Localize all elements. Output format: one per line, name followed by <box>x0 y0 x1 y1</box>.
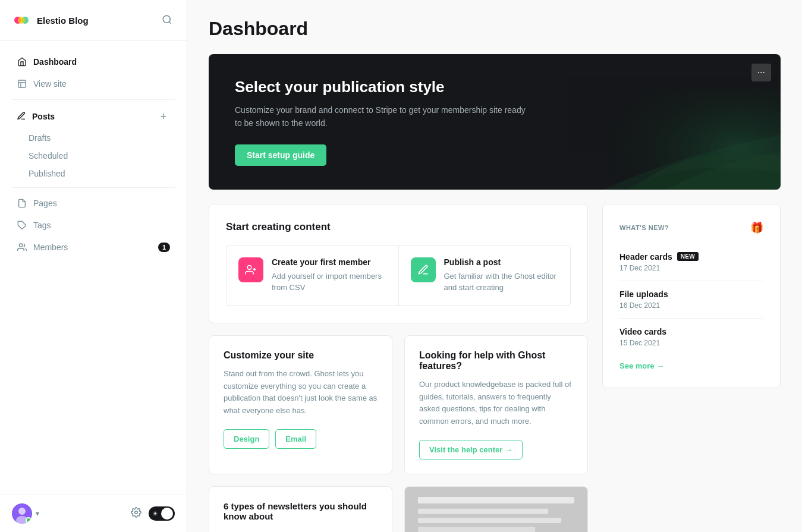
posts-label: Posts <box>32 112 55 121</box>
start-creating-card: Start creating content Create your first… <box>209 204 588 323</box>
news-item-file-uploads[interactable]: File uploads 16 Dec 2021 <box>619 281 763 319</box>
content-grid: Start creating content Create your first… <box>209 204 781 532</box>
svg-rect-5 <box>18 80 26 87</box>
pages-label: Pages <box>33 199 57 208</box>
toggle-knob <box>161 508 173 520</box>
svg-rect-18 <box>418 509 548 514</box>
online-indicator <box>26 517 32 523</box>
creating-grid: Create your first member Add yourself or… <box>226 245 571 306</box>
create-member-desc: Add yourself or import members from CSV <box>272 270 386 294</box>
bottom-cards-grid: 6 types of newsletters you should know a… <box>209 486 588 532</box>
hero-menu-button[interactable]: ··· <box>751 64 771 81</box>
create-member-title: Create your first member <box>272 257 386 267</box>
add-post-button[interactable]: + <box>156 110 170 123</box>
news-header-cards-date: 17 Dec 2021 <box>619 264 763 272</box>
sidebar-item-pages[interactable]: Pages <box>5 193 182 214</box>
posts-icon <box>17 111 26 122</box>
start-creating-title: Start creating content <box>226 221 571 233</box>
sidebar-item-dashboard[interactable]: Dashboard <box>5 51 182 73</box>
sidebar-item-scheduled[interactable]: Scheduled <box>29 147 187 165</box>
svg-point-13 <box>247 265 251 269</box>
help-title: Looking for help with Ghost features? <box>419 350 573 372</box>
tags-label: Tags <box>33 221 51 230</box>
visit-help-center-button[interactable]: Visit the help center → <box>419 440 523 459</box>
article-image-card[interactable] <box>404 486 588 532</box>
customize-title: Customize your site <box>224 350 378 361</box>
main-content: Dashboard ··· Select your publication st… <box>187 0 802 532</box>
publish-post-item[interactable]: Publish a post Get familiar with the Gho… <box>399 245 571 306</box>
sidebar-header: Elestio Blog <box>0 0 187 41</box>
sidebar-item-drafts[interactable]: Drafts <box>29 129 187 147</box>
avatar <box>12 503 32 524</box>
customize-actions: Design Email <box>224 429 378 449</box>
sidebar-view-site-label: View site <box>33 79 67 89</box>
dark-mode-toggle[interactable]: ☀ <box>149 506 175 521</box>
brand[interactable]: Elestio Blog <box>12 11 89 30</box>
pages-icon <box>17 198 27 209</box>
hero-banner: ··· Select your publication style Custom… <box>209 54 781 190</box>
help-card: Looking for help with Ghost features? Ou… <box>404 335 588 474</box>
svg-point-3 <box>18 17 25 24</box>
settings-button[interactable] <box>131 507 141 520</box>
news-header-cards-title: Header cards NEW <box>619 252 763 262</box>
customize-card: Customize your site Stand out from the c… <box>209 335 392 474</box>
new-badge: NEW <box>677 252 699 261</box>
sidebar-item-published[interactable]: Published <box>29 165 187 182</box>
brand-name: Elestio Blog <box>37 15 89 26</box>
svg-point-4 <box>163 15 170 23</box>
sidebar-item-tags[interactable]: Tags <box>5 215 182 236</box>
svg-point-11 <box>135 511 138 514</box>
members-label: Members <box>33 243 68 252</box>
sidebar: Elestio Blog Dashboard View site <box>0 0 187 532</box>
article-card[interactable]: 6 types of newsletters you should know a… <box>209 486 392 532</box>
customize-help-grid: Customize your site Stand out from the c… <box>209 335 588 474</box>
svg-rect-20 <box>418 527 535 532</box>
news-file-uploads-date: 16 Dec 2021 <box>619 301 763 310</box>
sidebar-item-view-site[interactable]: View site <box>5 73 182 95</box>
posts-sub-menu: Drafts Scheduled Published <box>0 129 187 182</box>
hero-title: Select your publication style <box>235 78 754 96</box>
view-site-icon <box>17 78 27 89</box>
user-menu[interactable]: ▾ <box>12 503 39 524</box>
publish-post-icon <box>411 257 436 282</box>
news-file-uploads-title: File uploads <box>619 289 763 299</box>
members-icon <box>17 242 27 253</box>
create-member-item[interactable]: Create your first member Add yourself or… <box>227 245 398 306</box>
sidebar-section-posts[interactable]: Posts + <box>5 105 182 128</box>
svg-point-9 <box>18 508 26 515</box>
svg-point-7 <box>19 244 22 247</box>
hero-description: Customize your brand and connect to Stri… <box>235 103 532 130</box>
article-card-text: 6 types of newsletters you should know a… <box>209 487 392 532</box>
footer-actions: ☀ <box>131 506 175 521</box>
whats-new-card: WHAT'S NEW? 🎁 Header cards NEW 17 Dec 20… <box>602 204 781 388</box>
nav-divider-1 <box>12 99 175 100</box>
gift-icon: 🎁 <box>750 221 763 234</box>
search-button[interactable] <box>159 12 175 29</box>
nav-divider-2 <box>12 187 175 188</box>
home-icon <box>17 56 27 67</box>
svg-rect-17 <box>418 497 574 503</box>
chevron-down-icon: ▾ <box>36 509 39 518</box>
create-member-icon <box>238 257 263 282</box>
sidebar-footer: ▾ ☀ <box>0 495 187 532</box>
sidebar-item-members[interactable]: Members 1 <box>5 237 182 258</box>
design-button[interactable]: Design <box>224 429 269 449</box>
news-video-cards-date: 15 Dec 2021 <box>619 339 763 347</box>
sidebar-nav: Dashboard View site Posts + <box>0 41 187 495</box>
brand-logo <box>12 11 31 30</box>
see-more-link[interactable]: See more → <box>619 361 664 370</box>
email-button[interactable]: Email <box>275 429 316 449</box>
news-item-header-cards[interactable]: Header cards NEW 17 Dec 2021 <box>619 244 763 281</box>
tags-icon <box>17 220 27 231</box>
sidebar-dashboard-label: Dashboard <box>33 57 77 67</box>
article-image <box>405 487 587 532</box>
hero-cta-button[interactable]: Start setup guide <box>235 144 326 166</box>
news-item-video-cards[interactable]: Video cards 15 Dec 2021 <box>619 319 763 355</box>
svg-rect-19 <box>418 518 561 523</box>
article-title: 6 types of newsletters you should know a… <box>224 501 378 521</box>
publish-post-title: Publish a post <box>444 257 559 267</box>
members-badge: 1 <box>158 243 170 252</box>
publish-post-desc: Get familiar with the Ghost editor and s… <box>444 270 559 294</box>
whats-new-header: WHAT'S NEW? 🎁 <box>619 221 763 234</box>
left-column: Start creating content Create your first… <box>209 204 588 532</box>
